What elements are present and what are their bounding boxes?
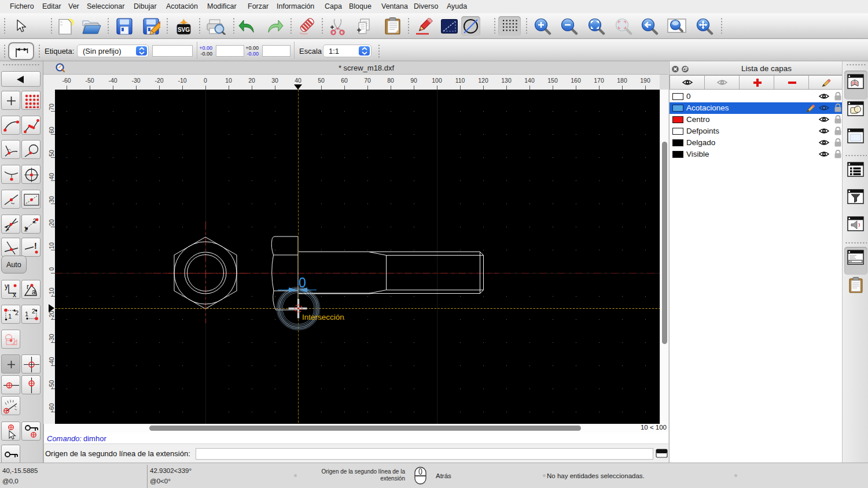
svg-text:SVG: SVG <box>178 27 190 33</box>
svg-text:y: y <box>5 282 8 290</box>
svg-text:Intersección: Intersección <box>302 313 344 321</box>
svg-text:2: 2 <box>32 308 35 315</box>
svg-text:a: a <box>32 288 36 296</box>
svg-text:x: x <box>13 291 16 298</box>
svg-text:1: 1 <box>25 310 28 317</box>
svg-text:!: ! <box>34 241 37 250</box>
svg-text:1: 1 <box>8 313 12 320</box>
svg-text:r: r <box>27 283 29 291</box>
svg-text:2: 2 <box>15 309 19 316</box>
